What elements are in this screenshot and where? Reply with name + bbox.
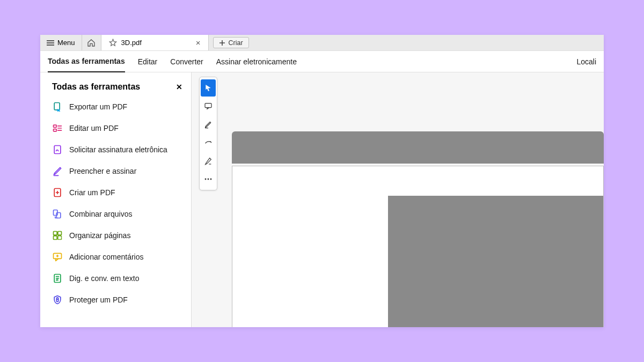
pointer-tool[interactable] <box>201 79 216 97</box>
protect-icon <box>52 294 63 305</box>
document-stage <box>192 72 604 327</box>
tab-close-button[interactable]: × <box>196 38 201 47</box>
eraser-icon <box>204 138 213 147</box>
speech-bubble-icon <box>204 102 213 110</box>
secondary-nav: Todas as ferramentas Editar Converter As… <box>40 51 604 72</box>
create-button[interactable]: Criar <box>213 37 249 48</box>
titlebar: Menu 3D.pdf × Criar <box>40 35 604 51</box>
document-area <box>232 131 604 327</box>
comment-icon <box>52 252 63 262</box>
nav-sign[interactable]: Assinar eletronicamente <box>216 51 297 72</box>
more-tools[interactable] <box>201 171 216 188</box>
menu-label: Menu <box>57 39 75 47</box>
nav-find[interactable]: Locali <box>576 51 596 72</box>
star-icon <box>109 39 117 47</box>
nav-edit[interactable]: Editar <box>138 51 158 72</box>
nav-all-tools[interactable]: Todas as ferramentas <box>48 51 125 72</box>
document-page[interactable] <box>232 166 604 327</box>
document-content-block <box>388 196 603 327</box>
tab-title: 3D.pdf <box>121 39 142 47</box>
tools-sidepanel: Todas as ferramentas ✕ Exportar um PDFEd… <box>40 72 192 327</box>
svg-point-16 <box>205 179 207 180</box>
tool-item-organize[interactable]: Organizar páginas <box>52 230 182 241</box>
tool-item-create-pdf[interactable]: Criar um PDF <box>52 187 182 198</box>
svg-point-17 <box>208 179 209 180</box>
tool-item-label: Preencher e assinar <box>69 167 136 175</box>
draw-tool[interactable] <box>201 116 216 133</box>
svg-rect-0 <box>54 103 60 110</box>
home-icon <box>87 39 96 47</box>
plus-icon <box>219 40 225 46</box>
svg-point-18 <box>210 179 212 180</box>
svg-text:A: A <box>56 277 59 281</box>
tool-item-label: Adicionar comentários <box>69 253 144 261</box>
tool-item-label: Organizar páginas <box>69 231 130 240</box>
tool-item-protect[interactable]: Proteger um PDF <box>52 294 182 305</box>
svg-rect-10 <box>58 236 62 240</box>
tool-item-label: Dig. e conv. em texto <box>69 274 139 283</box>
request-sign-icon <box>52 144 63 155</box>
vertical-toolstrip <box>199 77 217 190</box>
export-icon <box>52 101 63 112</box>
menu-button[interactable]: Menu <box>40 35 82 50</box>
document-header-panel <box>232 131 604 164</box>
tool-item-label: Criar um PDF <box>69 188 115 197</box>
ocr-icon: A <box>52 273 63 284</box>
tool-item-comment[interactable]: Adicionar comentários <box>52 252 182 262</box>
tool-item-request-sign[interactable]: Solicitar assinatura eletrônica <box>52 144 182 155</box>
tool-item-export[interactable]: Exportar um PDF <box>52 101 182 112</box>
tool-item-label: Solicitar assinatura eletrônica <box>69 145 167 154</box>
tool-item-fill-sign[interactable]: Preencher e assinar <box>52 166 182 176</box>
tool-item-ocr[interactable]: ADig. e conv. em texto <box>52 273 182 284</box>
svg-rect-7 <box>54 232 57 235</box>
tool-item-label: Editar um PDF <box>69 124 119 132</box>
tool-list: Exportar um PDFEditar um PDFSolicitar as… <box>52 101 182 305</box>
app-body: Todas as ferramentas ✕ Exportar um PDFEd… <box>40 72 604 327</box>
highlight-tool[interactable] <box>201 152 216 169</box>
pencil-icon <box>204 120 213 129</box>
home-button[interactable] <box>82 35 101 50</box>
svg-rect-2 <box>54 129 57 131</box>
tool-item-edit[interactable]: Editar um PDF <box>52 123 182 134</box>
comment-tool[interactable] <box>201 98 216 115</box>
combine-icon <box>52 209 63 219</box>
eraser-tool[interactable] <box>201 134 216 151</box>
svg-rect-15 <box>205 104 211 108</box>
sidepanel-header: Todas as ferramentas ✕ <box>52 82 182 92</box>
pointer-icon <box>204 84 213 92</box>
sidepanel-close-button[interactable]: ✕ <box>176 83 182 91</box>
sidepanel-title: Todas as ferramentas <box>52 82 140 92</box>
svg-rect-8 <box>58 232 62 235</box>
tool-item-label: Combinar arquivos <box>69 210 133 218</box>
svg-rect-9 <box>54 236 57 240</box>
document-tab[interactable]: 3D.pdf × <box>101 35 209 50</box>
edit-icon <box>52 123 63 134</box>
fill-sign-icon <box>52 166 63 176</box>
create-label: Criar <box>229 39 243 47</box>
tool-item-label: Proteger um PDF <box>69 295 128 304</box>
create-pdf-icon <box>52 187 63 198</box>
tool-item-combine[interactable]: Combinar arquivos <box>52 209 182 219</box>
hamburger-icon <box>47 40 54 46</box>
pen-icon <box>204 157 213 165</box>
organize-icon <box>52 230 63 241</box>
app-window: Menu 3D.pdf × Criar Todas as ferramentas… <box>40 35 604 327</box>
more-icon <box>204 178 213 181</box>
svg-rect-1 <box>54 125 57 127</box>
nav-convert[interactable]: Converter <box>170 51 203 72</box>
tool-item-label: Exportar um PDF <box>69 102 127 111</box>
